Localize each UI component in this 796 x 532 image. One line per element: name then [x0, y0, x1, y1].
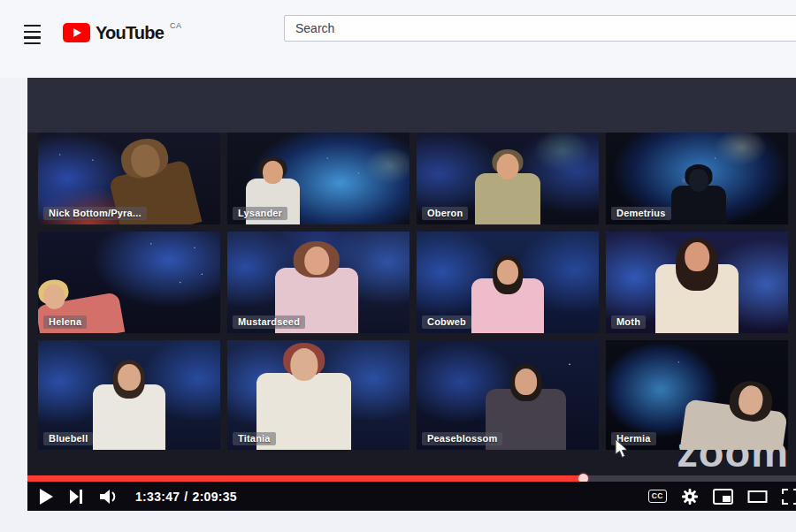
participant-name-label: Demetrius: [611, 207, 671, 220]
participant-name-label: Oberon: [422, 207, 468, 220]
play-icon: [40, 489, 53, 505]
theater-mode-button[interactable]: [747, 490, 768, 504]
participant-tile-mustardseed: Mustardseed: [227, 232, 409, 333]
participants-grid: Nick Bottom/Pyra...LysanderOberonDemetri…: [38, 133, 788, 450]
participant-tile-lysander: Lysander: [227, 133, 409, 224]
progress-bar[interactable]: [27, 475, 796, 482]
participant-tile-oberon: Oberon: [417, 133, 599, 224]
time-separator: /: [184, 490, 188, 504]
theater-icon: [747, 490, 768, 504]
participant-tile-titania: Titania: [227, 340, 409, 450]
menu-button[interactable]: [24, 25, 43, 41]
duration: 2:09:35: [193, 490, 237, 504]
participant-figure: [475, 173, 540, 224]
participant-figure: [679, 399, 788, 450]
page: { "header": { "brand": "YouTube", "regio…: [0, 0, 796, 532]
fullscreen-button[interactable]: [782, 489, 796, 505]
youtube-play-icon: [63, 23, 90, 42]
participant-name-label: Nick Bottom/Pyra...: [43, 207, 147, 220]
participant-tile-peaseblossom: Peaseblossom: [417, 340, 599, 450]
participant-name-label: Moth: [611, 315, 646, 329]
subtitles-button[interactable]: CC: [648, 490, 667, 504]
next-button[interactable]: [70, 490, 83, 504]
gear-icon: [681, 488, 699, 505]
play-button[interactable]: [40, 489, 53, 505]
miniplayer-button[interactable]: [713, 489, 733, 505]
search-input[interactable]: [284, 15, 796, 42]
right-controls: CC: [648, 482, 796, 511]
next-icon: [70, 490, 83, 504]
participant-tile-hermia: Hermia: [606, 340, 788, 450]
video-player[interactable]: Nick Bottom/Pyra...LysanderOberonDemetri…: [27, 78, 796, 511]
settings-button[interactable]: [681, 488, 699, 505]
participant-name-label: Peaseblossom: [422, 432, 502, 445]
participant-tile-bluebell: Bluebell: [38, 340, 220, 450]
fullscreen-icon: [782, 489, 796, 505]
closed-captions-icon: CC: [648, 490, 667, 504]
participant-figure: [671, 186, 726, 224]
volume-icon: [100, 490, 119, 504]
mouse-pointer-icon: [615, 438, 630, 463]
volume-button[interactable]: [100, 490, 119, 504]
left-controls: 1:33:47/2:09:35: [40, 482, 237, 511]
participant-name-label: Lysander: [233, 207, 287, 220]
participant-figure: [93, 384, 165, 450]
time-display: 1:33:47/2:09:35: [135, 490, 237, 504]
hamburger-icon: [24, 25, 41, 27]
brand-region: CA: [170, 21, 181, 30]
brand-name: YouTube: [96, 21, 164, 44]
progress-fill: [27, 475, 584, 482]
participant-tile-moth: Moth: [606, 232, 788, 333]
participant-name-label: Titania: [233, 432, 276, 445]
current-time: 1:33:47: [135, 490, 180, 504]
participant-name-label: Mustardseed: [233, 315, 305, 329]
participant-name-label: Helena: [43, 315, 87, 329]
participant-name-label: Bluebell: [43, 432, 93, 445]
youtube-logo[interactable]: YouTube CA: [63, 21, 181, 44]
participant-figure: [471, 278, 544, 333]
player-controls-bar: 1:33:47/2:09:35 CC: [27, 482, 796, 511]
participant-name-label: Cobweb: [422, 315, 471, 329]
app-header: YouTube CA: [0, 0, 796, 78]
participant-tile-helena: Helena: [38, 232, 220, 333]
participant-tile-demetrius: Demetrius: [606, 133, 788, 224]
participant-tile-nick-bottom-pyra: Nick Bottom/Pyra...: [38, 133, 220, 224]
participant-tile-cobweb: Cobweb: [417, 232, 599, 333]
participant-figure: [655, 264, 739, 333]
miniplayer-icon: [713, 489, 733, 505]
